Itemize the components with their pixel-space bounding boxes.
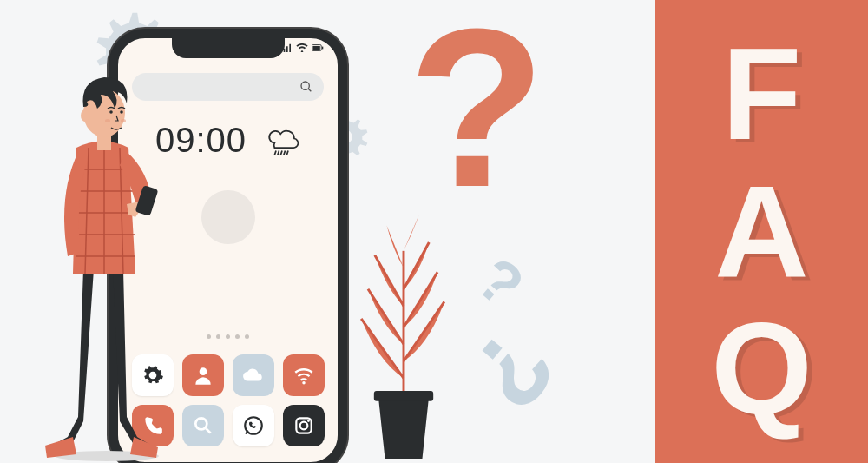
svg-point-17	[109, 110, 113, 114]
battery-icon	[312, 43, 324, 52]
faq-letter-f: F	[722, 36, 802, 153]
search-icon	[299, 80, 313, 94]
svg-point-19	[105, 119, 110, 122]
faq-letter-q: Q	[711, 310, 812, 427]
app-wifi[interactable]	[283, 354, 325, 396]
app-instagram[interactable]	[283, 405, 325, 446]
search-icon	[192, 414, 214, 437]
app-search[interactable]	[182, 405, 224, 446]
signal-icon	[280, 43, 293, 52]
person-illustration	[33, 65, 168, 463]
app-whatsapp[interactable]	[233, 405, 274, 446]
cloud-icon	[242, 364, 265, 387]
svg-point-6	[302, 381, 305, 384]
phone-notch	[172, 37, 285, 58]
avatar-placeholder	[201, 190, 255, 244]
question-mark-large: ?	[408, 17, 546, 198]
app-contacts[interactable]	[182, 354, 224, 396]
wifi-icon	[293, 364, 315, 387]
whatsapp-icon	[242, 414, 265, 437]
wifi-icon	[296, 43, 308, 52]
svg-point-20	[121, 119, 126, 122]
question-mark-small: ?	[464, 244, 536, 321]
person-icon	[192, 364, 214, 387]
svg-rect-2	[312, 46, 319, 50]
svg-point-16	[81, 109, 89, 122]
instagram-icon	[293, 414, 315, 437]
illustration-canvas: ? ? ?	[0, 0, 868, 463]
svg-point-4	[301, 82, 309, 89]
svg-point-11	[307, 420, 310, 422]
rain-icon	[264, 123, 300, 160]
status-bar	[280, 43, 324, 52]
faq-letter-a: A	[714, 173, 808, 290]
svg-point-7	[195, 418, 207, 429]
svg-rect-0	[374, 391, 433, 401]
faq-panel: F A Q	[655, 0, 868, 463]
svg-point-18	[120, 110, 123, 114]
plant-illustration	[352, 208, 456, 463]
svg-point-5	[200, 367, 207, 375]
svg-point-10	[300, 422, 308, 430]
question-mark-small: ?	[470, 326, 558, 414]
app-cloud[interactable]	[233, 354, 274, 396]
svg-rect-3	[322, 47, 323, 50]
time-display: 09:00	[155, 121, 247, 162]
